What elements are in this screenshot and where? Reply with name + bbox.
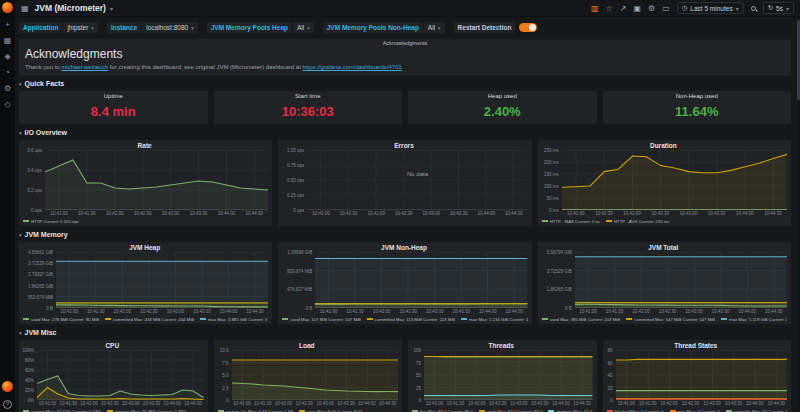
legend: HTTP Current: 0.200 ops: [21, 217, 268, 225]
row-header-jvm-misc[interactable]: ▾ JVM Misc: [19, 328, 792, 337]
legend-item[interactable]: max Max: 5.119 GiB Current: 5.119 GiB: [721, 317, 787, 322]
dashboard-title-caret-icon[interactable]: ▾: [110, 5, 113, 12]
legend-item[interactable]: live Max: 87.0 Current: 86.0: [412, 409, 473, 412]
panel-title[interactable]: JVM Heap: [21, 243, 268, 252]
legend-item[interactable]: HTTP Current: 0.200 ops: [23, 219, 79, 224]
x-axis-tick: 10:42:30: [489, 401, 507, 406]
variable-value-dropdown[interactable]: All▾: [424, 22, 445, 33]
panel-jvm-heap: JVM Heap0 B953.674 MiB1.86265 GiB2.79397…: [18, 241, 273, 325]
x-axis-tick: 10:44:00: [478, 211, 496, 216]
chevron-down-icon: ▾: [19, 232, 22, 238]
panel-title[interactable]: Threads: [410, 341, 593, 350]
legend-item[interactable]: blocked Max: 0 Current: 0: [607, 409, 664, 412]
legend-item[interactable]: committed Max: 434 MiB Current: 434 MiB: [105, 317, 194, 322]
dashboard-content: Acknowledgments Acknowledgments Thank yo…: [15, 37, 800, 412]
variable-value-dropdown[interactable]: localhost:8080▾: [142, 22, 197, 33]
series-daemon: [424, 395, 593, 396]
dashboard-grid-icon: ▦: [21, 4, 29, 13]
panel-title[interactable]: Duration: [540, 141, 787, 150]
x-axis-tick: 10:41:00: [312, 211, 330, 216]
y-axis-tick: 1.39698 GiB: [287, 250, 312, 255]
panel-title[interactable]: Errors: [280, 141, 527, 150]
refresh-picker[interactable]: ↻ 5s ▾: [763, 2, 794, 14]
legend-color-icon: [105, 318, 111, 320]
legend-color-icon: [626, 318, 632, 320]
caret-icon: ▾: [438, 25, 441, 31]
legend-item[interactable]: system Max: 47.71% Current: 5.07%: [23, 409, 101, 412]
panel-title[interactable]: Load: [216, 341, 399, 350]
panel-title[interactable]: Acknowledgments: [19, 40, 791, 46]
legend-item[interactable]: peak Max: 87.0 Current: 87.0: [479, 409, 543, 412]
legend-item[interactable]: used Max: 278 MiB Current: 95 MiB: [23, 317, 99, 322]
y-axis-tick: 3.72529 GiB: [547, 268, 572, 273]
variable-instance: Instance localhost:8080▾: [107, 22, 198, 33]
y-axis-tick: 0 B: [306, 306, 313, 311]
legend-item[interactable]: daemon Max: 10.0 Current: 9.0: [548, 409, 592, 412]
create-plus-icon[interactable]: +: [5, 21, 10, 29]
legend-item[interactable]: process Max: 25.38% Current: 0.78%: [107, 409, 186, 412]
legend-item[interactable]: committed Max: 547 MiB Current: 547 MiB: [626, 317, 715, 322]
author-link[interactable]: michael-weirauch: [61, 64, 108, 70]
panel-title[interactable]: JVM Non-Heap: [280, 243, 527, 252]
row-header-quick-facts[interactable]: ▾ Quick Facts: [19, 79, 792, 88]
restart-detection-toggle[interactable]: [519, 23, 537, 32]
user-avatar[interactable]: [2, 381, 13, 392]
dashboard-link[interactable]: https://grafana.com/dashboards/4701: [302, 64, 401, 70]
panel-title[interactable]: Thread States: [605, 341, 788, 350]
server-admin-icon[interactable]: ◇: [4, 101, 10, 109]
legend-item[interactable]: max Max: 3.885 GiB Current: 3.885 GiB: [200, 317, 268, 322]
save-icon[interactable]: ▣: [633, 4, 641, 13]
panel-title[interactable]: JVM Total: [540, 243, 787, 252]
stat-value: 10:36:03: [214, 104, 403, 119]
legend-item[interactable]: max Max: 1.234 GiB Current: 1.234 GiB: [461, 317, 528, 322]
y-axis-tick: 953.674 MiB: [28, 294, 53, 299]
share-icon[interactable]: ↗: [620, 4, 627, 13]
y-axis-tick: 0 B: [46, 306, 53, 311]
variable-value-dropdown[interactable]: All▾: [293, 22, 314, 33]
legend-item[interactable]: committed Max: 113 MiB Current: 113 MiB: [367, 317, 455, 322]
variable-jvm-memory-pools-heap: JVM Memory Pools Heap All▾: [207, 22, 314, 33]
settings-gear-icon[interactable]: ⚙: [648, 4, 655, 13]
y-axis-tick: 0.25 ops: [287, 193, 304, 198]
stat-value: 8.4 min: [19, 104, 208, 119]
legend-item[interactable]: runnable Max: 15 Current: 15: [726, 409, 787, 412]
dashboards-icon[interactable]: ▦: [4, 37, 12, 45]
y-axis-tick: 50: [416, 373, 421, 378]
x-axis-tick: 10:42:00: [275, 401, 293, 406]
dashboard-title[interactable]: JVM (Micrometer): [35, 3, 106, 13]
legend-color-icon: [606, 220, 612, 222]
legend-item[interactable]: new Max: 0 Current: 0: [670, 409, 720, 412]
panel-title[interactable]: Rate: [21, 141, 268, 150]
chevron-down-icon: ▾: [19, 330, 22, 336]
x-axis-tick: 10:44:30: [506, 309, 524, 314]
zoom-out-icon[interactable]: [751, 6, 756, 11]
y-axis-tick: 0: [418, 398, 421, 403]
alerting-bell-icon[interactable]: ◔: [5, 69, 10, 77]
x-axis-tick: 10:42:30: [395, 211, 413, 216]
legend-item[interactable]: HTTP - AVG Current: 232 ms: [606, 219, 669, 224]
add-panel-icon[interactable]: ▥: [591, 4, 599, 13]
explore-compass-icon[interactable]: ◈: [4, 53, 10, 61]
grafana-logo-icon[interactable]: [2, 2, 13, 13]
io-overview-row: Rate0 ops0.2 ops0.4 ops0.6 ops10:41:0010…: [18, 139, 792, 227]
help-icon[interactable]: ?: [3, 400, 12, 409]
cycle-view-icon[interactable]: ▭: [662, 4, 670, 13]
x-axis-tick: 10:42:00: [373, 309, 391, 314]
variable-value-dropdown[interactable]: jhipster▾: [63, 22, 97, 33]
x-axis-tick: 10:43:30: [453, 309, 471, 314]
x-axis-tick: 10:43:30: [193, 309, 211, 314]
row-header-io-overview[interactable]: ▾ I/O Overview: [19, 128, 792, 137]
legend-item[interactable]: HTTP - MAX Current: 0 ns: [542, 219, 600, 224]
configuration-gear-icon[interactable]: ⚙: [4, 85, 11, 93]
time-range-picker[interactable]: ◷ Last 5 minutes ▾: [677, 2, 744, 14]
legend-item[interactable]: used Max: 107 MiB Current: 107 MiB: [282, 317, 360, 322]
legend-item[interactable]: system-1m Max: 3.43 Current: 1.68: [218, 409, 293, 412]
panel-title[interactable]: CPU: [21, 341, 204, 350]
legend-item[interactable]: used Max: 385 MiB Current: 203 MiB: [542, 317, 620, 322]
legend-item[interactable]: cpus Max: 8.00 Current: 8.00: [299, 409, 362, 412]
row-header-jvm-memory[interactable]: ▾ JVM Memory: [19, 230, 792, 239]
x-axis-tick: 10:44:30: [768, 401, 786, 406]
star-icon[interactable]: ☆: [606, 4, 613, 13]
x-axis-tick: 10:43:00: [510, 401, 528, 406]
variable-jvm-memory-pools-non-heap: JVM Memory Pools Non-Heap All▾: [323, 22, 445, 33]
